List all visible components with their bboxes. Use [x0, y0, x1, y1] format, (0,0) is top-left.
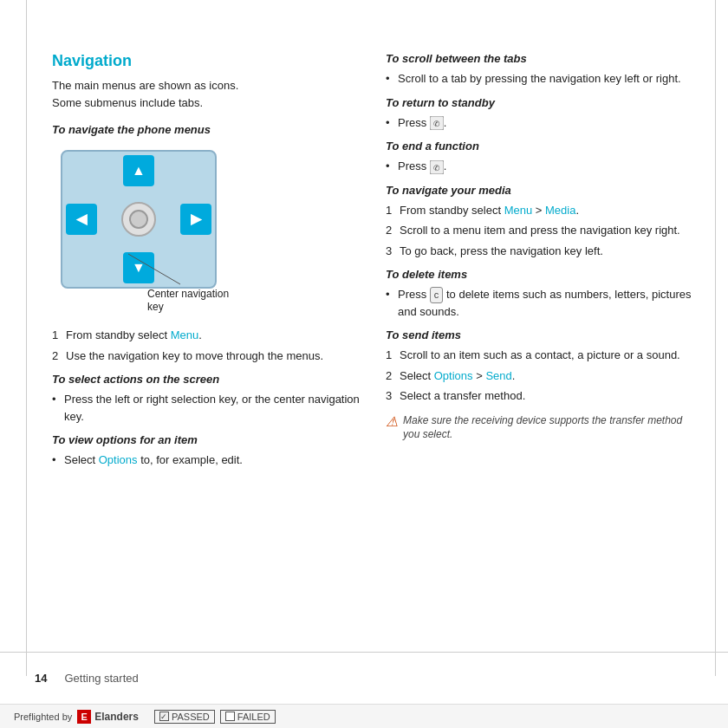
diagram-caption: Center navigationkey — [147, 288, 243, 315]
send-step-2: 2 Select Options > Send. — [386, 367, 693, 385]
step-2: 2 Use the navigation key to move through… — [52, 348, 360, 365]
media-step-1: 1 From standby select Menu > Media. — [386, 202, 693, 219]
svg-text:✆: ✆ — [433, 164, 440, 172]
view-options-list: Select Options to, for example, edit. — [52, 452, 360, 469]
right-border — [715, 0, 716, 676]
send-items-steps: 1 Scroll to an item such as a contact, a… — [386, 347, 693, 405]
send-step-num-1: 1 — [386, 347, 392, 364]
menu-link-1: Menu — [171, 328, 199, 341]
media-step-num-2: 2 — [386, 222, 392, 239]
end-function-heading: To end a function — [386, 140, 693, 153]
options-link-2: Options — [434, 369, 473, 382]
end-function-list: Press ✆ . — [386, 158, 693, 175]
step-num-1: 1 — [52, 327, 58, 344]
view-options-heading: To view options for an item — [52, 433, 360, 446]
passed-checkbox: ✓ — [159, 712, 169, 721]
arrow-right-icon: ▶ — [191, 212, 201, 226]
caption-line-svg — [128, 254, 189, 289]
arrow-left: ◀ — [66, 204, 97, 235]
delete-items-list: Press c to delete items such as numbers,… — [386, 286, 693, 320]
arrow-up: ▲ — [123, 155, 154, 186]
elanders-brand: Elanders — [94, 711, 139, 723]
media-step-2: 2 Scroll to a menu item and press the na… — [386, 222, 693, 239]
navigate-media-steps: 1 From standby select Menu > Media. 2 Sc… — [386, 202, 693, 260]
view-options-item: Select Options to, for example, edit. — [52, 452, 360, 469]
scroll-tabs-list: Scroll to a tab by pressing the navigati… — [386, 70, 693, 88]
left-column: Navigation The main menus are shown as i… — [52, 52, 360, 659]
left-border — [26, 0, 27, 676]
passed-badge: ✓ PASSED — [154, 710, 215, 724]
end-function-item: Press ✆ . — [386, 158, 693, 175]
media-step-num-3: 3 — [386, 243, 392, 260]
diagram-caption-text: Center navigationkey — [147, 288, 243, 315]
delete-items-heading: To delete items — [386, 268, 693, 281]
note-box: ⚠ Make sure the receiving device support… — [386, 413, 693, 443]
step-num-2: 2 — [52, 348, 58, 365]
select-actions-item: Press the left or right selection key, o… — [52, 391, 360, 425]
main-content: Navigation The main menus are shown as i… — [52, 52, 693, 659]
send-step-num-3: 3 — [386, 387, 392, 405]
note-text: Make sure the receiving device supports … — [403, 413, 693, 443]
failed-label: FAILED — [237, 712, 270, 722]
scroll-tabs-item: Scroll to a tab by pressing the navigati… — [386, 70, 693, 88]
navigation-diagram: ▲ ▼ ◀ ▶ Ce — [52, 141, 243, 315]
intro-paragraph: The main menus are shown as icons. Some … — [52, 77, 360, 111]
center-button-inner — [129, 210, 148, 229]
options-link: Options — [99, 453, 138, 466]
media-step-num-1: 1 — [386, 202, 392, 219]
svg-text:✆: ✆ — [433, 120, 440, 128]
send-step-num-2: 2 — [386, 367, 392, 385]
svg-line-0 — [128, 254, 180, 284]
failed-badge: FAILED — [220, 710, 276, 724]
preflighted-label: Preflighted by — [14, 712, 72, 722]
menu-link-2: Menu — [504, 204, 533, 217]
navigate-menus-heading: To navigate the phone menus — [52, 123, 360, 136]
end-call-icon: ✆ — [430, 116, 444, 130]
preflighted-bar: Preflighted by E Elanders ✓ PASSED FAILE… — [0, 704, 728, 728]
footer-chapter: Getting started — [64, 672, 138, 685]
send-items-heading: To send items — [386, 328, 693, 341]
return-standby-heading: To return to standby — [386, 96, 693, 109]
c-key: c — [430, 287, 444, 303]
send-step-1: 1 Scroll to an item such as a contact, a… — [386, 347, 693, 364]
media-link: Media — [545, 204, 575, 217]
return-standby-item: Press ✆ . — [386, 114, 693, 132]
navigate-steps: 1 From standby select Menu. 2 Use the na… — [52, 327, 360, 364]
arrow-left-icon: ◀ — [76, 212, 87, 226]
select-actions-list: Press the left or right selection key, o… — [52, 391, 360, 425]
send-link: Send — [485, 369, 511, 382]
warning-icon: ⚠ — [386, 413, 398, 432]
select-actions-heading: To select actions on the screen — [52, 373, 360, 386]
failed-checkbox — [225, 712, 235, 721]
end-call-icon-2: ✆ — [430, 160, 444, 174]
passed-label: PASSED — [172, 712, 210, 722]
page-number: 14 — [35, 672, 47, 685]
footer: 14 Getting started — [0, 652, 728, 704]
navigate-media-heading: To navigate your media — [386, 184, 693, 197]
elanders-logo: E Elanders — [77, 710, 139, 724]
section-title: Navigation — [52, 52, 360, 70]
center-button — [121, 202, 156, 237]
return-standby-list: Press ✆ . — [386, 114, 693, 132]
right-column: To scroll between the tabs Scroll to a t… — [386, 52, 693, 659]
media-step-3: 3 To go back, press the navigation key l… — [386, 243, 693, 260]
scroll-tabs-heading: To scroll between the tabs — [386, 52, 693, 65]
arrow-up-icon: ▲ — [132, 164, 146, 178]
send-step-3: 3 Select a transfer method. — [386, 387, 693, 405]
arrow-right: ▶ — [180, 204, 211, 235]
elanders-e-icon: E — [77, 710, 91, 724]
step-1: 1 From standby select Menu. — [52, 327, 360, 344]
delete-items-item: Press c to delete items such as numbers,… — [386, 286, 693, 320]
